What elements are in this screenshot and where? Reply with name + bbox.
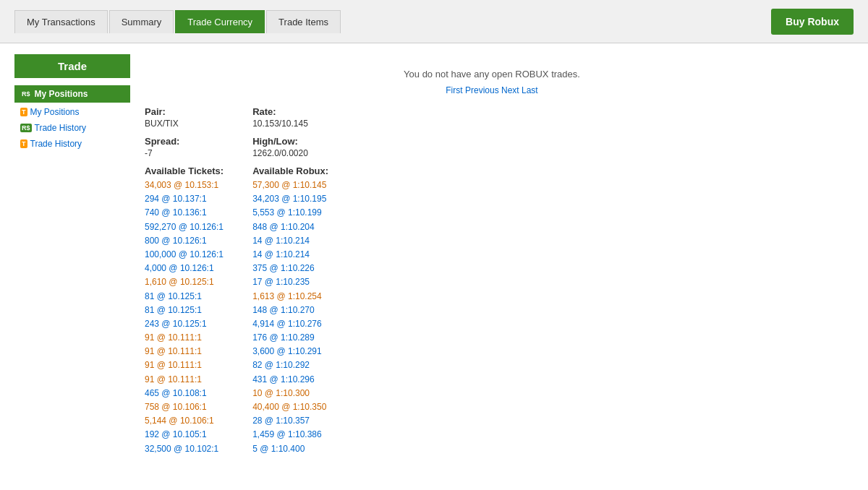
robux-item[interactable]: 3,600 @ 1:10.291 bbox=[252, 345, 328, 358]
last-link[interactable]: Last bbox=[522, 85, 538, 95]
robux-item[interactable]: 40,400 @ 1:10.350 bbox=[252, 400, 328, 414]
robux-icon-2: R$ bbox=[20, 124, 32, 132]
available-robux-label: Available Robux: bbox=[252, 166, 328, 176]
ticket-item[interactable]: 294 @ 10.137:1 bbox=[145, 192, 224, 206]
robux-item[interactable]: 14 @ 1:10.214 bbox=[252, 234, 328, 248]
ticket-item[interactable]: 192 @ 10.105:1 bbox=[145, 428, 224, 442]
tab-trade-items[interactable]: Trade Items bbox=[266, 10, 341, 33]
ticket-item[interactable]: 34,003 @ 10.153:1 bbox=[145, 179, 224, 192]
previous-link[interactable]: Previous bbox=[465, 85, 499, 95]
robux-item[interactable]: 1,613 @ 1:10.254 bbox=[252, 290, 328, 304]
my-tix-positions-link[interactable]: T My Positions bbox=[14, 104, 130, 120]
main-layout: Trade R$ My Positions T My Positions R$ … bbox=[0, 43, 868, 467]
robux-item[interactable]: 14 @ 1:10.214 bbox=[252, 248, 328, 262]
robux-item[interactable]: 82 @ 1:10.292 bbox=[252, 358, 328, 372]
pair-spread-section: Pair: BUX/TIX Spread: -7 Available Ticke… bbox=[145, 106, 224, 456]
tix-icon: T bbox=[20, 108, 27, 116]
my-positions-header: R$ My Positions bbox=[14, 85, 130, 103]
robux-item[interactable]: 28 @ 1:10.357 bbox=[252, 414, 328, 428]
available-tickets-label: Available Tickets: bbox=[145, 166, 224, 176]
spread-label: Spread: bbox=[145, 136, 224, 147]
ticket-item[interactable]: 81 @ 10.125:1 bbox=[145, 290, 224, 304]
sidebar: Trade R$ My Positions T My Positions R$ … bbox=[14, 54, 130, 456]
rate-label: Rate: bbox=[252, 106, 328, 117]
no-trades-message: You do not have any open ROBUX trades. bbox=[145, 54, 839, 79]
trade-data: Pair: BUX/TIX Spread: -7 Available Ticke… bbox=[145, 106, 839, 456]
ticket-item[interactable]: 1,610 @ 10.125:1 bbox=[145, 275, 224, 289]
robux-icon: R$ bbox=[20, 90, 32, 98]
robux-item[interactable]: 375 @ 1:10.226 bbox=[252, 262, 328, 275]
ticket-item[interactable]: 91 @ 10.111:1 bbox=[145, 373, 224, 387]
pair-label: Pair: bbox=[145, 106, 224, 117]
tab-trade-currency[interactable]: Trade Currency bbox=[175, 10, 265, 33]
tix-trade-history-link[interactable]: R$ Trade History bbox=[14, 120, 130, 136]
robux-item[interactable]: 176 @ 1:10.289 bbox=[252, 331, 328, 345]
ticket-item[interactable]: 32,500 @ 10.102:1 bbox=[145, 442, 224, 456]
robux-item[interactable]: 57,300 @ 1:10.145 bbox=[252, 179, 328, 192]
next-link[interactable]: Next bbox=[501, 85, 519, 95]
robux-item[interactable]: 4,914 @ 1:10.276 bbox=[252, 317, 328, 331]
first-link[interactable]: First bbox=[446, 85, 462, 95]
ticket-item[interactable]: 81 @ 10.125:1 bbox=[145, 304, 224, 317]
ticket-item[interactable]: 91 @ 10.111:1 bbox=[145, 331, 224, 345]
robux-item[interactable]: 848 @ 1:10.204 bbox=[252, 220, 328, 234]
spread-value: -7 bbox=[145, 148, 224, 158]
robux-item[interactable]: 10 @ 1:10.300 bbox=[252, 387, 328, 400]
rate-highlow-section: Rate: 10.153/10.145 High/Low: 1262.0/0.0… bbox=[252, 106, 328, 456]
ticket-item[interactable]: 740 @ 10.136:1 bbox=[145, 206, 224, 220]
robux-list: 57,300 @ 1:10.14534,203 @ 1:10.1955,553 … bbox=[252, 179, 328, 456]
robux-item[interactable]: 148 @ 1:10.270 bbox=[252, 304, 328, 317]
ticket-item[interactable]: 243 @ 10.125:1 bbox=[145, 317, 224, 331]
robux-item[interactable]: 34,203 @ 1:10.195 bbox=[252, 192, 328, 206]
ticket-item[interactable]: 91 @ 10.111:1 bbox=[145, 358, 224, 372]
tab-my-transactions[interactable]: My Transactions bbox=[14, 10, 108, 33]
ticket-item[interactable]: 4,000 @ 10.126:1 bbox=[145, 262, 224, 275]
robux-item[interactable]: 1,459 @ 1:10.386 bbox=[252, 428, 328, 442]
pair-value: BUX/TIX bbox=[145, 119, 224, 129]
tabs-container: My Transactions Summary Trade Currency T… bbox=[14, 10, 341, 33]
ticket-item[interactable]: 91 @ 10.111:1 bbox=[145, 345, 224, 358]
top-bar: My Transactions Summary Trade Currency T… bbox=[0, 0, 868, 43]
tix-icon-2: T bbox=[20, 139, 27, 148]
tickets-list: 34,003 @ 10.153:1294 @ 10.137:1740 @ 10.… bbox=[145, 179, 224, 456]
robux-item[interactable]: 5,553 @ 1:10.199 bbox=[252, 206, 328, 220]
trade-button[interactable]: Trade bbox=[14, 54, 130, 78]
ticket-item[interactable]: 800 @ 10.126:1 bbox=[145, 234, 224, 248]
content-area: You do not have any open ROBUX trades. F… bbox=[130, 54, 854, 456]
ticket-item[interactable]: 592,270 @ 10.126:1 bbox=[145, 220, 224, 234]
tab-summary[interactable]: Summary bbox=[109, 10, 174, 33]
ticket-item[interactable]: 5,144 @ 10.106:1 bbox=[145, 414, 224, 428]
robux-item[interactable]: 431 @ 1:10.296 bbox=[252, 373, 328, 387]
high-low-value: 1262.0/0.0020 bbox=[252, 148, 328, 158]
buy-robux-button[interactable]: Buy Robux bbox=[771, 9, 854, 35]
rate-value: 10.153/10.145 bbox=[252, 119, 328, 129]
robux-item[interactable]: 17 @ 1:10.235 bbox=[252, 275, 328, 289]
pagination: First Previous Next Last bbox=[145, 85, 839, 95]
high-low-label: High/Low: bbox=[252, 136, 328, 147]
ticket-item[interactable]: 465 @ 10.108:1 bbox=[145, 387, 224, 400]
robux-trade-history-link[interactable]: T Trade History bbox=[14, 136, 130, 152]
ticket-item[interactable]: 100,000 @ 10.126:1 bbox=[145, 248, 224, 262]
robux-item[interactable]: 5 @ 1:10.400 bbox=[252, 442, 328, 456]
ticket-item[interactable]: 758 @ 10.106:1 bbox=[145, 400, 224, 414]
